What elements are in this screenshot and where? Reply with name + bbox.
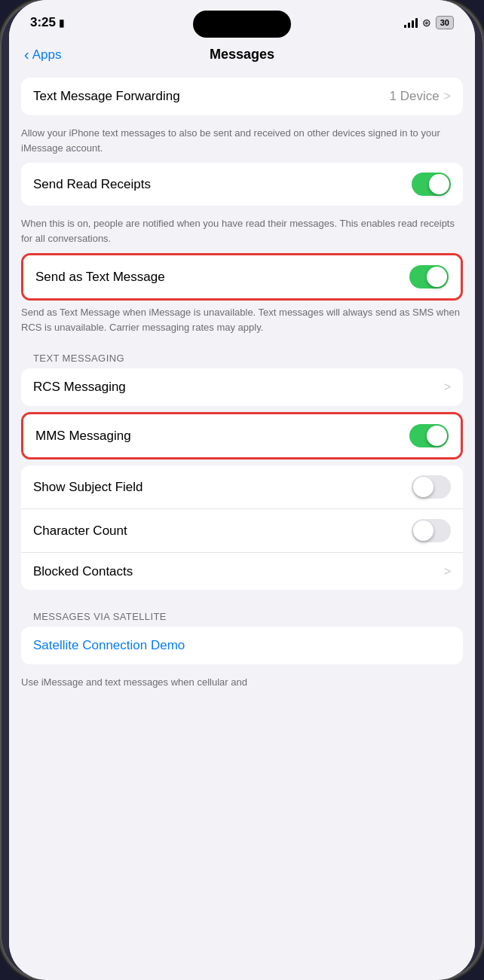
read-receipts-group: Send Read Receipts (21, 163, 463, 206)
read-receipts-toggle[interactable] (412, 172, 451, 196)
read-receipts-label: Send Read Receipts (33, 177, 151, 192)
mms-label: MMS Messaging (35, 429, 131, 444)
status-right: ⊛ 30 (404, 16, 454, 29)
battery-indicator: 30 (436, 16, 454, 29)
phone-frame: 3:25 ▮ ⊛ 30 ‹ Apps Me (0, 0, 484, 980)
back-chevron-icon: ‹ (24, 46, 29, 63)
character-count-toggle[interactable] (412, 519, 451, 542)
send-as-text-description: Send as Text Message when iMessage is un… (9, 301, 475, 342)
text-forwarding-group: Text Message Forwarding 1 Device > (21, 78, 463, 115)
rcs-chevron-icon: > (444, 380, 451, 394)
show-subject-toggle[interactable] (412, 475, 451, 499)
character-count-row: Character Count (21, 508, 463, 552)
read-receipts-description: When this is on, people are notified whe… (9, 212, 475, 253)
read-receipts-row: Send Read Receipts (21, 163, 463, 206)
rcs-label: RCS Messaging (33, 380, 126, 395)
additional-settings-group: Show Subject Field Character Count Block… (21, 466, 463, 590)
text-forwarding-row[interactable]: Text Message Forwarding 1 Device > (21, 78, 463, 115)
show-subject-row: Show Subject Field (21, 466, 463, 508)
page-title: Messages (210, 47, 274, 63)
text-forwarding-label: Text Message Forwarding (33, 89, 180, 104)
satellite-demo-label[interactable]: Satellite Connection Demo (33, 638, 185, 653)
rcs-row[interactable]: RCS Messaging > (21, 368, 463, 406)
toggle-knob (413, 477, 433, 497)
satellite-description: Use iMessage and text messages when cell… (9, 670, 475, 698)
send-as-text-label: Send as Text Message (35, 270, 165, 285)
battery-level: 30 (440, 18, 449, 27)
toggle-knob (413, 521, 433, 541)
satellite-header: MESSAGES VIA SATELLITE (9, 600, 475, 627)
signal-bar-4 (415, 18, 418, 28)
send-as-text-outlined: Send as Text Message (21, 253, 463, 301)
satellite-demo-row[interactable]: Satellite Connection Demo (21, 627, 463, 664)
signal-bar-3 (412, 20, 414, 28)
toggle-knob (427, 267, 447, 287)
text-forwarding-value: 1 Device > (390, 89, 451, 104)
dynamic-island (193, 11, 291, 38)
mms-row: MMS Messaging (23, 414, 461, 457)
character-count-label: Character Count (33, 524, 127, 539)
time-display: 3:25 (30, 15, 56, 30)
back-button[interactable]: ‹ Apps (24, 46, 61, 63)
signal-bar-2 (408, 23, 410, 28)
settings-content: Text Message Forwarding 1 Device > Allow… (9, 70, 475, 973)
send-as-text-toggle[interactable] (409, 265, 449, 289)
wifi-icon: ⊛ (422, 17, 431, 29)
toggle-knob (429, 174, 449, 194)
toggle-knob (427, 426, 447, 446)
phone-screen: 3:25 ▮ ⊛ 30 ‹ Apps Me (9, 0, 475, 980)
satellite-group: Satellite Connection Demo (21, 627, 463, 664)
status-time: 3:25 ▮ (30, 15, 64, 30)
mms-toggle[interactable] (409, 424, 449, 447)
blocked-contacts-label: Blocked Contacts (33, 564, 133, 579)
signal-bar-1 (404, 25, 406, 28)
nav-bar: ‹ Apps Messages (9, 41, 475, 70)
send-as-text-row: Send as Text Message (23, 255, 461, 298)
forwarding-device-count: 1 Device (390, 89, 440, 104)
show-subject-label: Show Subject Field (33, 480, 143, 495)
blocked-contacts-chevron-icon: > (444, 565, 451, 579)
text-messaging-header: TEXT MESSAGING (9, 342, 475, 368)
forwarding-description: Allow your iPhone text messages to also … (9, 121, 475, 163)
back-label: Apps (32, 47, 62, 63)
chevron-right-icon: > (444, 90, 451, 103)
text-messaging-group: RCS Messaging > (21, 368, 463, 406)
signal-bars (404, 17, 418, 28)
mms-outlined: MMS Messaging (21, 412, 463, 459)
blocked-contacts-row[interactable]: Blocked Contacts > (21, 552, 463, 590)
